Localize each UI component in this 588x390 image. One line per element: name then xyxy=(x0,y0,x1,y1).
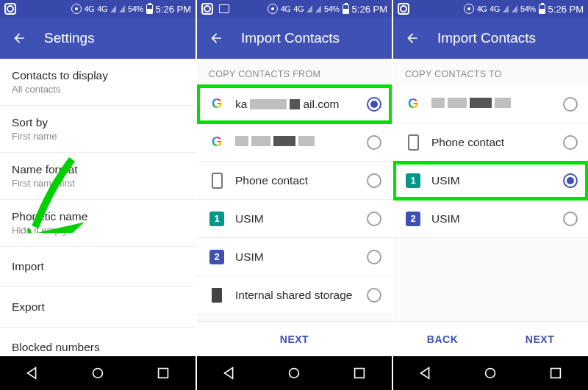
settings-row-contacts-to-display[interactable]: Contacts to displayAll contacts xyxy=(0,59,196,106)
svg-rect-1 xyxy=(158,369,168,378)
radio-button[interactable] xyxy=(367,135,381,150)
row-secondary: Hide if empty xyxy=(12,225,184,236)
clock: 5:26 PM xyxy=(156,4,191,15)
radio-button[interactable] xyxy=(563,173,578,188)
next-button[interactable]: NEXT xyxy=(280,333,309,345)
nav-back-icon[interactable] xyxy=(24,365,40,381)
clock: 5:26 PM xyxy=(352,4,387,15)
sim1-icon: 1 xyxy=(209,211,225,227)
settings-row-export[interactable]: Export xyxy=(0,287,196,328)
settings-row-sort-by[interactable]: Sort byFirst name xyxy=(0,106,196,153)
app-icon xyxy=(4,3,16,15)
screenshot-icon xyxy=(219,4,229,13)
svg-point-0 xyxy=(93,369,103,378)
option-label: Phone contact xyxy=(235,174,356,187)
nav-home-icon[interactable] xyxy=(90,365,106,381)
signal-icon xyxy=(315,5,321,12)
row-primary: Sort by xyxy=(12,116,184,129)
option-row[interactable]: 2USIM xyxy=(197,238,392,276)
nav-back-icon[interactable] xyxy=(417,365,434,381)
settings-row-name-format[interactable]: Name formatFirst name first xyxy=(0,153,196,200)
signal-icon xyxy=(503,5,509,12)
radio-button[interactable] xyxy=(367,288,381,303)
copy-from-list: COPY CONTACTS FROM Gkaail.comGPhone cont… xyxy=(197,59,392,321)
clock: 5:26 PM xyxy=(548,4,584,15)
nav-recent-icon[interactable] xyxy=(548,365,564,381)
back-icon[interactable] xyxy=(405,31,420,46)
battery-icon xyxy=(343,4,349,14)
radio-button[interactable] xyxy=(563,212,578,226)
option-row[interactable]: Gkaail.com xyxy=(197,85,392,123)
app-icon xyxy=(201,3,213,15)
row-secondary: All contacts xyxy=(12,84,184,95)
battery-pct: 54% xyxy=(520,4,536,13)
row-secondary: First name xyxy=(12,131,184,142)
row-primary: Export xyxy=(12,297,184,317)
option-label: USIM xyxy=(431,174,553,187)
page-title: Import Contacts xyxy=(241,30,340,46)
settings-list[interactable]: Contacts to displayAll contactsSort byFi… xyxy=(0,59,196,356)
signal-icon xyxy=(306,5,312,12)
radio-button[interactable] xyxy=(563,135,578,150)
back-icon[interactable] xyxy=(12,31,26,46)
hotspot-icon xyxy=(71,4,82,14)
back-button[interactable]: BACK xyxy=(427,333,458,345)
radio-button[interactable] xyxy=(367,97,381,112)
option-label: Internal shared storage xyxy=(235,289,356,302)
section-header: COPY CONTACTS FROM xyxy=(197,59,392,85)
option-label: kaail.com xyxy=(235,98,356,111)
nav-back-icon[interactable] xyxy=(221,365,237,381)
nav-bar xyxy=(0,356,196,390)
copy-to-list: COPY CONTACTS TO GPhone contact1USIM2USI… xyxy=(393,59,588,321)
svg-point-2 xyxy=(290,369,299,378)
sim2-icon: 2 xyxy=(405,211,421,227)
settings-row-phonetic-name[interactable]: Phonetic nameHide if empty xyxy=(0,200,196,247)
google-icon: G xyxy=(209,134,225,151)
settings-row-import[interactable]: Import xyxy=(0,247,196,287)
row-primary: Name format xyxy=(12,163,184,176)
google-icon: G xyxy=(405,96,421,112)
row-primary: Phonetic name xyxy=(12,210,184,223)
carrier-label: 4G xyxy=(477,4,487,13)
section-header: COPY CONTACTS TO xyxy=(393,59,588,85)
radio-button[interactable] xyxy=(367,212,381,226)
nav-recent-icon[interactable] xyxy=(155,365,171,381)
option-label: USIM xyxy=(235,212,356,225)
footer-bar: NEXT xyxy=(197,321,392,356)
nav-home-icon[interactable] xyxy=(286,365,302,381)
option-row[interactable]: 2USIM xyxy=(393,200,588,238)
row-primary: Contacts to display xyxy=(12,69,184,82)
app-bar: Import Contacts xyxy=(197,18,392,59)
svg-point-4 xyxy=(486,369,495,378)
option-row[interactable]: 1USIM xyxy=(393,162,588,200)
row-primary: Import xyxy=(12,257,184,276)
status-bar: 4G 4G 54% 5:26 PM xyxy=(197,0,392,18)
option-row[interactable]: Internal shared storage xyxy=(197,276,392,314)
google-icon: G xyxy=(209,96,225,112)
option-row[interactable]: G xyxy=(393,85,588,123)
net-label: 4G xyxy=(490,4,500,13)
app-bar: Settings xyxy=(0,18,196,59)
radio-button[interactable] xyxy=(563,97,578,112)
option-row[interactable]: 1USIM xyxy=(197,200,392,238)
option-row[interactable]: Phone contact xyxy=(393,123,588,162)
nav-home-icon[interactable] xyxy=(482,365,498,381)
next-button[interactable]: NEXT xyxy=(526,333,554,345)
radio-button[interactable] xyxy=(367,173,381,188)
battery-pct: 54% xyxy=(324,4,340,13)
radio-button[interactable] xyxy=(367,250,381,264)
option-row[interactable]: G xyxy=(197,123,392,162)
option-label: Phone contact xyxy=(431,136,553,149)
settings-row-blocked-numbers[interactable]: Blocked numbers xyxy=(0,328,196,356)
phone-icon xyxy=(405,134,421,151)
status-bar: 4G 4G 54% 5:26 PM xyxy=(0,0,196,18)
status-bar: 4G 4G 54% 5:26 PM xyxy=(393,0,588,18)
option-row[interactable]: Phone contact xyxy=(197,162,392,200)
signal-icon xyxy=(512,5,517,12)
hotspot-icon xyxy=(464,4,474,14)
option-label: USIM xyxy=(431,212,553,225)
svg-rect-3 xyxy=(354,369,364,378)
option-label: USIM xyxy=(235,250,356,264)
back-icon[interactable] xyxy=(209,31,223,46)
nav-recent-icon[interactable] xyxy=(351,365,368,381)
